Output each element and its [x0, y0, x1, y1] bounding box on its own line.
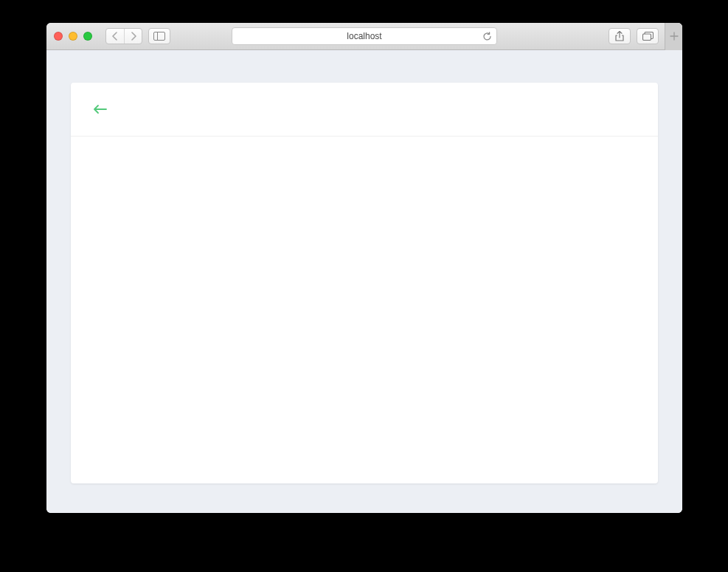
back-button[interactable]	[91, 100, 109, 118]
browser-window: localhost	[46, 23, 682, 513]
arrow-left-icon	[93, 104, 108, 114]
chevron-left-icon	[112, 32, 118, 41]
share-button[interactable]	[609, 28, 631, 44]
address-bar[interactable]: localhost	[232, 27, 497, 45]
navigation-buttons	[105, 28, 142, 44]
reload-icon	[482, 32, 492, 41]
window-minimize-button[interactable]	[69, 32, 77, 41]
share-icon	[615, 31, 624, 41]
new-tab-button[interactable]	[665, 23, 682, 50]
toolbar-right-group	[609, 23, 675, 50]
tabs-button[interactable]	[637, 28, 659, 44]
page-viewport	[46, 50, 682, 513]
card-body	[71, 137, 658, 483]
plus-icon	[670, 32, 679, 41]
svg-rect-0	[154, 32, 165, 41]
content-card	[71, 83, 658, 483]
window-controls	[54, 32, 92, 41]
browser-forward-button[interactable]	[124, 29, 142, 44]
tabs-icon	[642, 32, 654, 41]
address-text: localhost	[347, 31, 381, 41]
window-zoom-button[interactable]	[83, 32, 92, 41]
browser-back-button[interactable]	[106, 29, 124, 44]
window-close-button[interactable]	[54, 32, 63, 41]
sidebar-toggle-button[interactable]	[148, 28, 170, 44]
sidebar-icon	[153, 32, 165, 41]
reload-button[interactable]	[482, 32, 492, 41]
card-header	[71, 83, 658, 137]
chevron-right-icon	[131, 32, 136, 41]
svg-rect-2	[642, 34, 651, 41]
browser-title-bar: localhost	[46, 23, 682, 50]
